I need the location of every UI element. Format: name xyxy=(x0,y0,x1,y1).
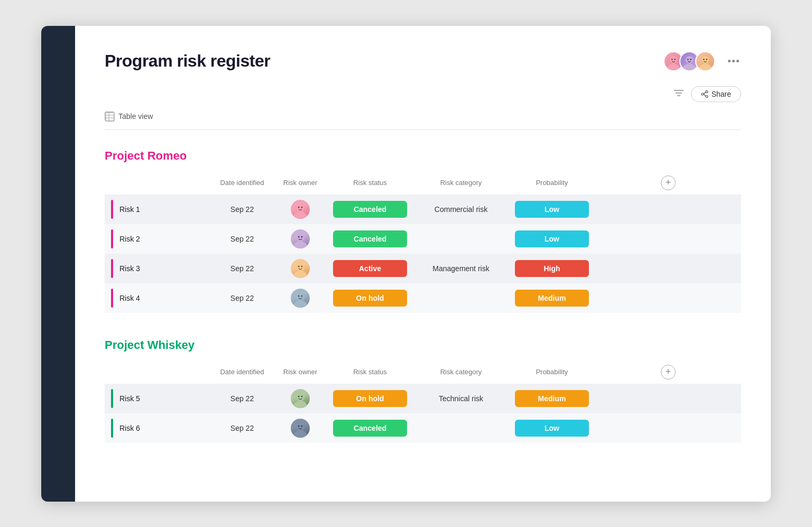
risk-status-cell: Active xyxy=(327,254,413,283)
risk-date: Sep 22 xyxy=(210,195,274,224)
add-col-cell xyxy=(595,413,741,443)
risk-name-text: Risk 6 xyxy=(119,424,140,432)
probability-badge: Low xyxy=(515,201,589,218)
risk-owner-avatar xyxy=(291,419,310,438)
svg-point-42 xyxy=(298,395,300,397)
th-name xyxy=(105,360,210,384)
probability-badge: Medium xyxy=(515,290,589,307)
svg-point-25 xyxy=(296,204,304,212)
risk-table-whiskey: Date identifiedRisk ownerRisk statusRisk… xyxy=(105,360,741,443)
risk-name-cell-risk4: Risk 4 xyxy=(105,283,210,313)
filter-icon[interactable] xyxy=(674,89,684,99)
risk-category: Commercial risk xyxy=(413,195,509,224)
svg-line-18 xyxy=(704,92,706,94)
sidebar xyxy=(41,26,75,502)
svg-point-26 xyxy=(298,206,300,208)
svg-point-47 xyxy=(301,425,303,427)
svg-point-35 xyxy=(301,265,303,267)
th-add: + xyxy=(595,360,741,384)
dot-2 xyxy=(732,60,735,62)
risk-name-cell-risk1: Risk 1 xyxy=(105,195,210,224)
status-badge: On hold xyxy=(333,390,407,407)
th-owner: Risk owner xyxy=(274,360,327,384)
svg-point-24 xyxy=(293,211,308,219)
risk-date: Sep 22 xyxy=(210,283,274,313)
risk-owner-avatar xyxy=(291,200,310,219)
th-probability: Probability xyxy=(509,360,595,384)
table-row: Risk 2Sep 22 CanceledLow xyxy=(105,224,741,254)
svg-point-7 xyxy=(690,59,691,60)
th-add: + xyxy=(595,171,741,195)
risk-name-text: Risk 1 xyxy=(119,205,140,214)
status-badge: Canceled xyxy=(333,230,407,247)
section-whiskey: Project WhiskeyDate identifiedRisk owner… xyxy=(105,338,741,443)
svg-point-4 xyxy=(686,56,693,63)
svg-point-34 xyxy=(298,265,300,267)
risk-date: Sep 22 xyxy=(210,384,274,413)
svg-point-40 xyxy=(293,401,308,408)
table-row: Risk 4Sep 22 On holdMedium xyxy=(105,283,741,313)
table-view-label[interactable]: Table view xyxy=(118,112,153,121)
risk-name-text: Risk 4 xyxy=(119,294,140,302)
risk-owner-cell xyxy=(274,413,327,443)
risk-status-cell: On hold xyxy=(327,283,413,313)
add-col-cell xyxy=(595,384,741,413)
left-accent-bar xyxy=(111,419,113,438)
dot-3 xyxy=(736,60,739,62)
svg-rect-20 xyxy=(106,113,114,121)
status-badge: Canceled xyxy=(333,201,407,218)
svg-point-28 xyxy=(293,241,308,248)
add-column-button[interactable]: + xyxy=(661,175,676,190)
risk-date: Sep 22 xyxy=(210,224,274,254)
share-button[interactable]: Share xyxy=(691,86,741,102)
svg-point-33 xyxy=(296,263,304,271)
left-accent-bar xyxy=(111,229,113,248)
svg-point-27 xyxy=(301,206,303,208)
risk-owner-avatar xyxy=(291,389,310,408)
left-accent-bar xyxy=(111,259,113,278)
section-header-romeo: Project Romeo xyxy=(105,149,741,163)
risk-name-cell-risk6: Risk 6 xyxy=(105,413,210,443)
svg-point-2 xyxy=(671,59,673,60)
main-content: Program risk register xyxy=(75,26,771,502)
svg-point-45 xyxy=(296,422,304,431)
risk-status-cell: On hold xyxy=(327,384,413,413)
svg-point-46 xyxy=(298,425,300,427)
th-status: Risk status xyxy=(327,171,413,195)
risk-name-text: Risk 3 xyxy=(119,264,140,273)
risk-name-cell-risk2: Risk 2 xyxy=(105,224,210,254)
more-options-button[interactable] xyxy=(726,58,741,64)
svg-point-41 xyxy=(296,393,304,401)
add-column-button[interactable]: + xyxy=(661,365,676,380)
table-view-icon xyxy=(105,112,114,121)
svg-line-19 xyxy=(704,94,706,96)
risk-owner-avatar xyxy=(291,259,310,278)
add-col-cell xyxy=(595,195,741,224)
svg-point-5 xyxy=(683,63,695,70)
th-status: Risk status xyxy=(327,360,413,384)
risk-probability-cell: High xyxy=(509,254,595,283)
probability-badge: Low xyxy=(515,230,589,247)
svg-point-0 xyxy=(670,56,677,63)
th-date: Date identified xyxy=(210,171,274,195)
table-row: Risk 6Sep 22 CanceledLow xyxy=(105,413,741,443)
risk-category: Management risk xyxy=(413,254,509,283)
svg-point-29 xyxy=(296,233,304,242)
th-name xyxy=(105,171,210,195)
risk-owner-cell xyxy=(274,283,327,313)
collaborator-avatars xyxy=(663,51,715,71)
risk-owner-cell xyxy=(274,195,327,224)
view-bar: Table view xyxy=(105,112,741,130)
svg-point-38 xyxy=(298,295,300,297)
risk-owner-cell xyxy=(274,224,327,254)
left-accent-bar xyxy=(111,389,113,408)
risk-owner-avatar xyxy=(291,229,310,248)
svg-point-11 xyxy=(706,59,707,60)
probability-badge: Medium xyxy=(515,390,589,407)
risk-owner-cell xyxy=(274,384,327,413)
svg-point-16 xyxy=(706,95,708,97)
svg-point-44 xyxy=(293,430,308,438)
risk-table-romeo: Date identifiedRisk ownerRisk statusRisk… xyxy=(105,171,741,313)
share-icon xyxy=(701,90,708,98)
th-date: Date identified xyxy=(210,360,274,384)
